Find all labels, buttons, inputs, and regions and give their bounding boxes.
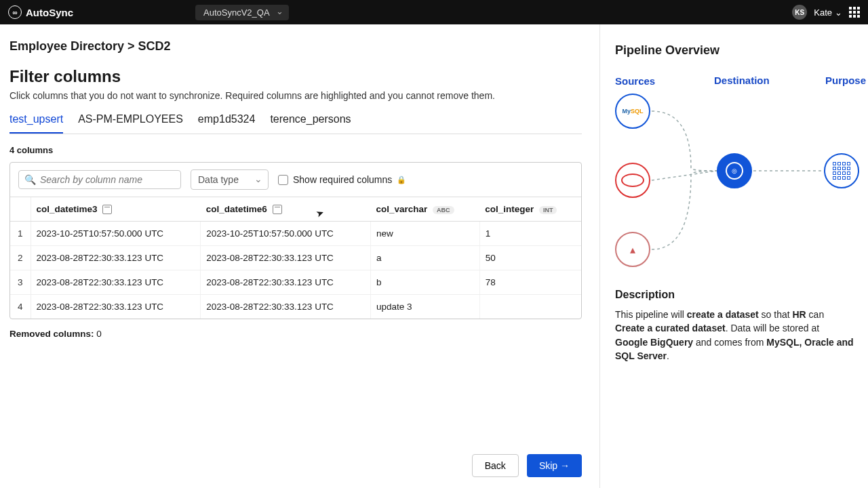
show-required-label: Show required columns [293, 174, 392, 185]
table-row: 1 2023-10-25T10:57:50.000 UTC 2023-10-25… [10, 222, 581, 246]
back-button[interactable]: Back [472, 454, 519, 477]
checkbox-icon [278, 175, 288, 185]
apps-grid-icon[interactable] [849, 7, 860, 18]
datatype-filter[interactable]: Data type [191, 169, 269, 190]
source-node-mysql[interactable]: MySQL [615, 94, 650, 129]
tab-emp1d5324[interactable]: emp1d5324 [198, 113, 256, 134]
environment-name: AutoSyncV2_QA [203, 7, 270, 18]
dataset-icon [833, 162, 850, 180]
description-title: Description [615, 289, 854, 301]
destination-label: Destination [714, 75, 770, 86]
tab-terence-persons[interactable]: terence_persons [270, 113, 351, 134]
skip-button[interactable]: Skip → [527, 454, 582, 477]
type-badge: ABC [433, 206, 454, 214]
destination-node[interactable]: ◎ [717, 153, 752, 188]
datatype-label: Data type [198, 174, 239, 185]
table-row: 4 2023-08-28T22:30:33.123 UTC 2023-08-28… [10, 295, 581, 319]
environment-selector[interactable]: AutoSyncV2_QA [195, 5, 289, 20]
column-header-integer[interactable]: col_integer INT [479, 197, 581, 222]
logo-icon: ∞ [8, 5, 22, 19]
column-header-varchar[interactable]: col_varchar ABC [371, 197, 480, 222]
top-bar: ∞ AutoSync AutoSyncV2_QA KS Kate ⌄ [0, 0, 868, 24]
type-badge: INT [539, 206, 557, 214]
table-row: 3 2023-08-28T22:30:33.123 UTC 2023-08-28… [10, 270, 581, 295]
page-subtitle: Click columns that you do not want to sy… [9, 90, 582, 101]
app-logo[interactable]: ∞ AutoSync [8, 5, 73, 19]
lock-icon: 🔒 [397, 176, 406, 184]
avatar[interactable]: KS [792, 5, 807, 20]
calendar-icon [273, 205, 282, 214]
pipeline-diagram: Destination Purpose MySQL ▴ ◎ [615, 94, 854, 283]
tab-as-pm-employees[interactable]: AS-PM-EMPLOYEES [78, 113, 183, 134]
source-node-sqlserver[interactable]: ▴ [615, 232, 650, 267]
show-required-toggle[interactable]: Show required columns 🔒 [278, 174, 406, 185]
app-name: AutoSync [26, 7, 73, 18]
removed-columns-label: Removed columns: 0 [9, 329, 582, 339]
page-title: Filter columns [9, 67, 582, 86]
table-tabs: test_upsert AS-PM-EMPLOYEES emp1d5324 te… [9, 113, 582, 134]
table-row: 2 2023-08-28T22:30:33.123 UTC 2023-08-28… [10, 246, 581, 270]
source-node-oracle[interactable] [615, 163, 650, 198]
search-input-wrap[interactable]: 🔍 [18, 170, 181, 189]
calendar-icon [102, 205, 112, 214]
column-header-datetime6[interactable]: col_datetime6 [201, 197, 371, 222]
row-number-header [10, 197, 31, 222]
bigquery-icon: ◎ [726, 162, 743, 180]
description-body: This pipeline will create a dataset so t… [615, 308, 854, 363]
column-count: 4 columns [9, 145, 582, 155]
chevron-down-icon: ⌄ [835, 7, 842, 18]
columns-table: 🔍 Data type Show required columns 🔒 ➤ [9, 162, 582, 319]
purpose-node[interactable] [824, 153, 859, 188]
search-icon: 🔍 [24, 174, 36, 185]
search-input[interactable] [40, 174, 175, 185]
overview-title: Pipeline Overview [615, 43, 854, 58]
breadcrumb[interactable]: Employee Directory > SCD2 [9, 39, 582, 54]
user-menu[interactable]: Kate ⌄ [814, 7, 842, 18]
column-header-datetime3[interactable]: col_datetime3 [31, 197, 201, 222]
user-name-label: Kate [814, 7, 832, 18]
tab-test-upsert[interactable]: test_upsert [9, 113, 63, 134]
purpose-label: Purpose [825, 75, 866, 86]
